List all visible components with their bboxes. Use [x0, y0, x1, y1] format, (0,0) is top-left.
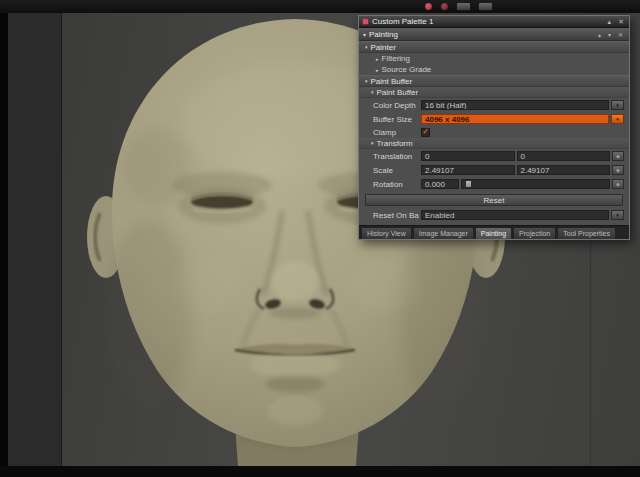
- section-label: Source Grade: [382, 65, 432, 74]
- buffer-size-row: Buffer Size 4096 x 4096 ▼: [359, 112, 629, 126]
- tab-projection[interactable]: Projection: [513, 227, 556, 239]
- reset-button[interactable]: Reset: [365, 194, 623, 206]
- clamp-label: Clamp: [373, 128, 419, 137]
- tab-tool-properties[interactable]: Tool Properties: [557, 227, 616, 239]
- expand-icon: ▸: [376, 67, 379, 73]
- chevron-down-icon: ▼: [615, 103, 619, 108]
- reset-on-bake-row: Reset On Bake Enabled ▼: [359, 208, 629, 222]
- color-depth-label: Color Depth: [373, 101, 419, 110]
- left-toolbar-rail: [8, 13, 62, 466]
- tab-label: Projection: [519, 230, 550, 237]
- translation-x-value: 0: [425, 152, 429, 161]
- section-paint-buffer[interactable]: ▾ Paint Buffer: [359, 75, 629, 87]
- reset-on-bake-label: Reset On Bake: [373, 211, 419, 220]
- color-depth-dropdown-arrow[interactable]: ▼: [611, 100, 624, 110]
- rotation-label: Rotation: [373, 180, 419, 189]
- slider-handle[interactable]: [465, 180, 472, 188]
- toolbar-button[interactable]: [456, 2, 471, 11]
- tab-label: History View: [367, 230, 406, 237]
- section-label: Paint Buffer: [371, 77, 413, 86]
- scale-row: Scale 2.49107 2.49107 ◆: [359, 163, 629, 177]
- subsection-paint-buffer[interactable]: ▾ Paint Buffer: [359, 87, 629, 98]
- reset-button-label: Reset: [484, 196, 505, 205]
- tab-label: Tool Properties: [563, 230, 610, 237]
- tab-history-view[interactable]: History View: [361, 227, 412, 239]
- toolbar-button[interactable]: [478, 2, 493, 11]
- keyframe-icon: ◆: [616, 153, 620, 159]
- buffer-size-dropdown-arrow[interactable]: ▼: [611, 114, 624, 124]
- form-header-painting[interactable]: ▾ Painting ▴ ▾ ✕: [359, 28, 629, 41]
- translation-y-field[interactable]: 0: [517, 151, 611, 161]
- section-label: Painter: [371, 43, 396, 52]
- translation-row: Translation 0 0 ◆: [359, 149, 629, 163]
- app-window: Custom Palette 1 ▴ ✕ ▾ Painting ▴ ▾ ✕ ▾ …: [0, 0, 640, 477]
- collapse-icon: ▾: [365, 78, 368, 84]
- check-icon: ✓: [422, 128, 429, 136]
- section-label: Filtering: [382, 54, 410, 63]
- collapse-icon: ▾: [371, 140, 374, 146]
- chevron-down-icon: ▼: [615, 117, 619, 122]
- rotation-slider[interactable]: [461, 179, 610, 189]
- translation-label: Translation: [373, 152, 419, 161]
- subsection-label: Transform: [377, 139, 413, 148]
- keyframe-icon: ◆: [616, 181, 620, 187]
- reset-on-bake-dropdown[interactable]: Enabled: [421, 210, 609, 220]
- buffer-size-value: 4096 x 4096: [425, 115, 470, 124]
- tab-label: Painting: [481, 230, 506, 237]
- tab-image-manager[interactable]: Image Manager: [413, 227, 474, 239]
- reset-on-bake-value: Enabled: [425, 211, 454, 220]
- rotation-value: 0.000: [425, 180, 445, 189]
- translation-y-value: 0: [521, 152, 525, 161]
- clamp-row: Clamp ✓: [359, 126, 629, 138]
- reset-row: Reset: [359, 191, 629, 208]
- palette-body: ▾ Painter ▸ Filtering ▸ Source Grade ▾ P…: [359, 41, 629, 225]
- rotation-field[interactable]: 0.000: [421, 179, 459, 189]
- palette-icon: [362, 18, 369, 25]
- subsection-transform[interactable]: ▾ Transform: [359, 138, 629, 149]
- section-filtering[interactable]: ▸ Filtering: [359, 53, 629, 64]
- form-rollup-icon[interactable]: ▴: [596, 31, 603, 38]
- scale-keyframe-button[interactable]: ◆: [612, 165, 624, 175]
- rotation-row: Rotation 0.000 ◆: [359, 177, 629, 191]
- chevron-down-icon: ▼: [615, 213, 619, 218]
- color-depth-value: 16 bit (Half): [425, 101, 466, 110]
- palette-title: Custom Palette 1: [372, 17, 603, 26]
- clamp-checkbox[interactable]: ✓: [421, 128, 430, 137]
- palette-titlebar[interactable]: Custom Palette 1 ▴ ✕: [359, 16, 629, 28]
- reset-on-bake-dropdown-arrow[interactable]: ▼: [611, 210, 624, 220]
- palette-bottom-tabs: History View Image Manager Painting Proj…: [359, 225, 629, 239]
- tab-painting[interactable]: Painting: [475, 227, 512, 239]
- keyframe-icon: ◆: [616, 167, 620, 173]
- subsection-label: Paint Buffer: [377, 88, 419, 97]
- buffer-size-label: Buffer Size: [373, 115, 419, 124]
- translation-x-field[interactable]: 0: [421, 151, 515, 161]
- window-bottom-edge: [0, 466, 640, 477]
- scale-y-field[interactable]: 2.49107: [517, 165, 611, 175]
- collapse-icon: ▾: [371, 89, 374, 95]
- color-depth-row: Color Depth 16 bit (Half) ▼: [359, 98, 629, 112]
- scale-x-field[interactable]: 2.49107: [421, 165, 515, 175]
- custom-palette-window: Custom Palette 1 ▴ ✕ ▾ Painting ▴ ▾ ✕ ▾ …: [358, 15, 630, 240]
- toolbar-icon-group: [424, 2, 493, 11]
- translation-keyframe-button[interactable]: ◆: [612, 151, 624, 161]
- window-left-edge: [0, 0, 8, 477]
- top-toolbar: [0, 0, 640, 13]
- rollup-icon[interactable]: ▴: [606, 16, 614, 27]
- expand-icon: ▸: [376, 56, 379, 62]
- close-icon[interactable]: ✕: [616, 16, 626, 27]
- form-header-label: Painting: [369, 30, 593, 39]
- scale-y-value: 2.49107: [521, 166, 550, 175]
- scale-x-value: 2.49107: [425, 166, 454, 175]
- record-icon[interactable]: [424, 2, 433, 11]
- tab-label: Image Manager: [419, 230, 468, 237]
- section-painter[interactable]: ▾ Painter: [359, 41, 629, 53]
- color-depth-dropdown[interactable]: 16 bit (Half): [421, 100, 609, 110]
- form-collapse-icon[interactable]: ▾: [606, 31, 613, 38]
- section-source-grade[interactable]: ▸ Source Grade: [359, 64, 629, 75]
- form-close-icon[interactable]: ✕: [616, 31, 625, 38]
- scale-label: Scale: [373, 166, 419, 175]
- collapse-icon: ▾: [365, 44, 368, 50]
- buffer-size-dropdown[interactable]: 4096 x 4096: [421, 114, 609, 124]
- record-alt-icon[interactable]: [440, 2, 449, 11]
- rotation-keyframe-button[interactable]: ◆: [612, 179, 624, 189]
